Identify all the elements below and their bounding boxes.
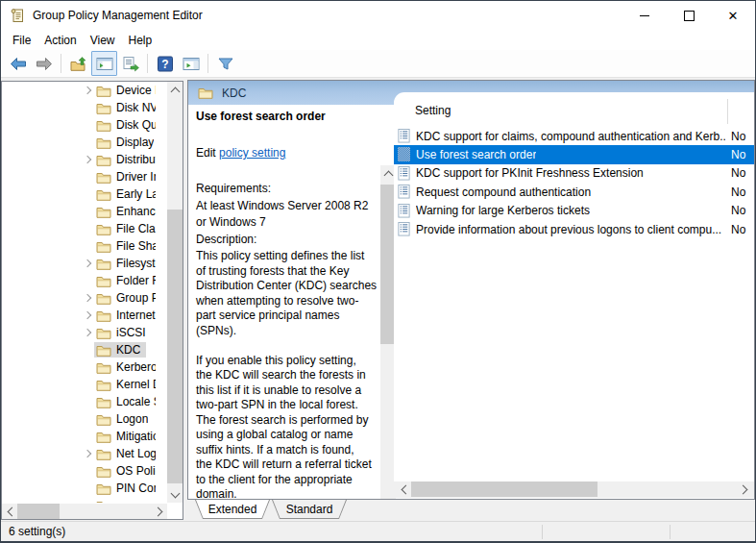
menu-action[interactable]: Action [37,32,83,49]
scroll-up-button[interactable] [167,82,183,97]
tree-item-item[interactable] [2,497,167,503]
minimize-button[interactable] [622,1,667,30]
menu-view[interactable]: View [84,32,122,49]
tree-node[interactable]: KDC [94,342,146,358]
tree-item-file-share[interactable]: File Share [2,237,167,255]
tree-item-mitigation[interactable]: Mitigation [2,428,167,445]
edit-policy-setting-link[interactable]: policy setting [219,146,285,160]
tree-node[interactable]: Logon [94,411,154,427]
tree-node[interactable]: Mitigation [94,429,156,444]
tree-node[interactable]: Driver Inst [94,169,156,185]
forward-button[interactable] [31,51,57,76]
tree-node[interactable]: PIN Comp [94,481,156,496]
tree-item-folder-red[interactable]: Folder Red [2,272,167,289]
menu-help[interactable]: Help [122,32,159,49]
setting-column-header[interactable]: Setting [415,104,451,117]
scroll-right-button[interactable] [152,504,167,519]
chevron-right-icon[interactable] [81,326,94,339]
tab-standard[interactable]: Standard [272,500,347,519]
tree-item-driver-inst[interactable]: Driver Inst [2,168,167,185]
setting-row-request-compound-authentication[interactable]: Request compound authentication No [394,183,754,201]
tree-node[interactable]: File Classif [94,221,156,236]
tree-item-group-pol[interactable]: Group Pol [2,289,167,307]
chevron-right-icon[interactable] [81,153,94,166]
maximize-button[interactable] [667,1,711,30]
tree-node[interactable]: Enhanced [94,204,156,219]
tree-item-kernel-dm[interactable]: Kernel DM [2,376,167,393]
setting-row-kdc-support-for-pkinit-freshness-extensi[interactable]: KDC support for PKInit Freshness Extensi… [394,164,754,183]
chevron-right-icon[interactable] [81,447,94,460]
scroll-down-button[interactable] [167,487,183,503]
chevron-up-icon [170,86,180,96]
scroll-left-button[interactable] [396,481,411,497]
tree-node[interactable]: Disk Quota [94,117,156,133]
tree-item-iscsi[interactable]: iSCSI [2,324,167,341]
tree-item-pin-comp[interactable]: PIN Comp [2,480,167,497]
setting-row-kdc-support-for-claims-compound-authenti[interactable]: KDC support for claims, compound authent… [394,127,754,145]
tree-node[interactable]: Distributed [94,152,156,167]
up-one-level-button[interactable] [65,51,91,76]
close-button[interactable]: ✕ [711,1,755,30]
tree-item-os-policie[interactable]: OS Policie [2,462,167,480]
scroll-right-button[interactable] [737,481,752,497]
tree-item-filesystem[interactable]: Filesystem [2,255,167,272]
tree-item-logon[interactable]: Logon [2,410,167,428]
tree-item-disk-nv-ca[interactable]: Disk NV Ca [2,99,167,116]
tree-item-enhanced[interactable]: Enhanced [2,203,167,220]
tree-vertical-scrollbar[interactable] [167,82,183,503]
tree-node[interactable]: Early Laun [94,186,156,202]
tab-extended[interactable]: Extended [195,500,270,519]
tree-node[interactable]: Kernel DM [94,377,156,392]
tree-node[interactable] [94,499,122,504]
tree-node[interactable]: Group Pol [94,290,156,306]
help-button[interactable]: ? [152,51,178,76]
tree-node[interactable]: Kerberos [94,359,156,375]
tree-node[interactable]: Filesystem [94,256,156,271]
description-text: This policy setting defines the list of … [196,249,377,500]
setting-row-use-forest-search-order[interactable]: Use forest search order No [394,145,754,163]
tree-node[interactable]: Device Ins [94,83,156,98]
tree-node[interactable]: iSCSI [94,325,152,340]
show-console-tree-button[interactable] [91,51,117,76]
tree-node[interactable]: Internet C [94,308,156,323]
scrollbar-thumb[interactable] [17,504,60,519]
statusbar: 6 setting(s) [1,521,755,541]
chevron-right-icon[interactable] [81,257,94,270]
tree-item-kdc[interactable]: KDC [2,341,167,358]
tree-item-internet-c[interactable]: Internet C [2,307,167,324]
tree-node[interactable]: File Share [94,238,156,254]
export-list-button[interactable] [117,51,143,76]
tree-item-display[interactable]: Display [2,134,167,151]
show-action-pane-button[interactable] [178,51,204,76]
tree-item-early-laun[interactable]: Early Laun [2,185,167,203]
tree-node[interactable]: Locale Ser [94,394,156,409]
tree-node[interactable]: Folder Red [94,273,156,288]
tree-node[interactable]: Disk NV Ca [94,100,156,115]
chevron-left-icon [401,484,410,494]
menu-file[interactable]: File [6,32,37,49]
back-button[interactable] [5,51,31,76]
chevron-right-icon[interactable] [81,84,94,97]
tree-item-net-logon[interactable]: Net Logon [2,445,167,462]
chevron-right-icon[interactable] [81,291,94,305]
list-horizontal-scrollbar[interactable] [394,481,754,498]
column-divider[interactable] [727,99,728,124]
tree-horizontal-scrollbar[interactable] [2,504,167,519]
tree-node[interactable]: Net Logon [94,446,156,461]
tree-node[interactable]: OS Policie [94,463,156,479]
tree-item-disk-quota[interactable]: Disk Quota [2,116,167,134]
tree-item-distributed[interactable]: Distributed [2,151,167,168]
tree-item-locale-ser[interactable]: Locale Ser [2,393,167,410]
tree-item-device-ins[interactable]: Device Ins [2,82,167,99]
scroll-left-button[interactable] [2,504,17,519]
setting-row-provide-information-about-previous-logon[interactable]: Provide information about previous logon… [394,220,754,238]
chevron-right-icon [738,484,747,494]
scrollbar-thumb[interactable] [167,210,183,483]
chevron-right-icon[interactable] [81,309,94,322]
tree-node[interactable]: Display [94,135,156,150]
filter-button[interactable] [212,51,238,76]
tree-item-kerberos[interactable]: Kerberos [2,358,167,376]
setting-row-warning-for-large-kerberos-tickets[interactable]: Warning for large Kerberos tickets No [394,202,754,220]
scrollbar-thumb[interactable] [411,481,597,497]
tree-item-file-classif[interactable]: File Classif [2,220,167,237]
